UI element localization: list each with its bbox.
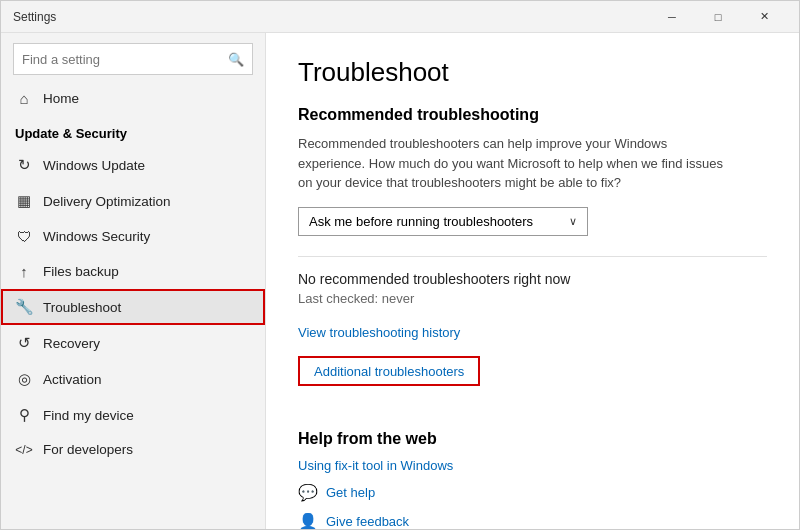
settings-window: Settings ─ □ ✕ 🔍 ⌂ Home Update & Securit…: [0, 0, 800, 530]
give-feedback-label: Give feedback: [326, 514, 409, 529]
page-title: Troubleshoot: [298, 57, 767, 88]
sidebar-item-files-backup[interactable]: ↑ Files backup: [1, 254, 265, 289]
get-help-icon: 💬: [298, 483, 318, 502]
sidebar: 🔍 ⌂ Home Update & Security ↻ Windows Upd…: [1, 33, 266, 529]
additional-troubleshooters-box: Additional troubleshooters: [298, 356, 480, 386]
sidebar-item-activation-label: Activation: [43, 372, 102, 387]
chevron-down-icon: ∨: [569, 215, 577, 228]
dropdown-value: Ask me before running troubleshooters: [309, 214, 533, 229]
sidebar-item-delivery-optimization-label: Delivery Optimization: [43, 194, 171, 209]
sidebar-item-files-backup-label: Files backup: [43, 264, 119, 279]
sidebar-item-home[interactable]: ⌂ Home: [1, 81, 265, 116]
sidebar-item-find-my-device[interactable]: ⚲ Find my device: [1, 397, 265, 433]
help-links: Using fix-it tool in Windows 💬 Get help …: [298, 458, 767, 530]
main-panel: Troubleshoot Recommended troubleshooting…: [266, 33, 799, 529]
recovery-icon: ↺: [15, 334, 33, 352]
sidebar-item-windows-update-label: Windows Update: [43, 158, 145, 173]
sidebar-item-recovery[interactable]: ↺ Recovery: [1, 325, 265, 361]
divider-1: [298, 256, 767, 257]
home-icon: ⌂: [15, 90, 33, 107]
windows-update-icon: ↻: [15, 156, 33, 174]
give-feedback-link[interactable]: 👤 Give feedback: [298, 512, 767, 530]
sidebar-item-home-label: Home: [43, 91, 79, 106]
last-checked-text: Last checked: never: [298, 291, 767, 306]
get-help-link[interactable]: 💬 Get help: [298, 483, 767, 502]
activation-icon: ◎: [15, 370, 33, 388]
find-my-device-icon: ⚲: [15, 406, 33, 424]
close-button[interactable]: ✕: [741, 1, 787, 33]
minimize-button[interactable]: ─: [649, 1, 695, 33]
window-title: Settings: [13, 10, 649, 24]
sidebar-item-delivery-optimization[interactable]: ▦ Delivery Optimization: [1, 183, 265, 219]
help-section-title: Help from the web: [298, 430, 767, 448]
get-help-label: Get help: [326, 485, 375, 500]
fix-it-tool-label: Using fix-it tool in Windows: [298, 458, 453, 473]
files-backup-icon: ↑: [15, 263, 33, 280]
window-controls: ─ □ ✕: [649, 1, 787, 33]
fix-it-tool-link[interactable]: Using fix-it tool in Windows: [298, 458, 767, 473]
main-content: 🔍 ⌂ Home Update & Security ↻ Windows Upd…: [1, 33, 799, 529]
sidebar-item-find-my-device-label: Find my device: [43, 408, 134, 423]
sidebar-item-windows-security[interactable]: 🛡 Windows Security: [1, 219, 265, 254]
search-box[interactable]: 🔍: [13, 43, 253, 75]
recommended-section-title: Recommended troubleshooting: [298, 106, 767, 124]
sidebar-item-windows-update[interactable]: ↻ Windows Update: [1, 147, 265, 183]
search-icon: 🔍: [228, 52, 244, 67]
view-history-link[interactable]: View troubleshooting history: [298, 325, 460, 340]
additional-troubleshooters-link[interactable]: Additional troubleshooters: [314, 364, 464, 379]
sidebar-item-troubleshoot-label: Troubleshoot: [43, 300, 121, 315]
titlebar: Settings ─ □ ✕: [1, 1, 799, 33]
description-text: Recommended troubleshooters can help imp…: [298, 134, 738, 193]
troubleshoot-icon: 🔧: [15, 298, 33, 316]
troubleshooter-dropdown[interactable]: Ask me before running troubleshooters ∨: [298, 207, 588, 236]
delivery-optimization-icon: ▦: [15, 192, 33, 210]
search-input[interactable]: [22, 52, 228, 67]
maximize-button[interactable]: □: [695, 1, 741, 33]
sidebar-item-windows-security-label: Windows Security: [43, 229, 150, 244]
sidebar-item-for-developers-label: For developers: [43, 442, 133, 457]
for-developers-icon: </>: [15, 443, 33, 457]
sidebar-item-troubleshoot[interactable]: 🔧 Troubleshoot: [1, 289, 265, 325]
give-feedback-icon: 👤: [298, 512, 318, 530]
sidebar-item-recovery-label: Recovery: [43, 336, 100, 351]
windows-security-icon: 🛡: [15, 228, 33, 245]
sidebar-item-for-developers[interactable]: </> For developers: [1, 433, 265, 466]
sidebar-item-activation[interactable]: ◎ Activation: [1, 361, 265, 397]
sidebar-section-title: Update & Security: [1, 116, 265, 147]
status-text: No recommended troubleshooters right now: [298, 271, 767, 287]
